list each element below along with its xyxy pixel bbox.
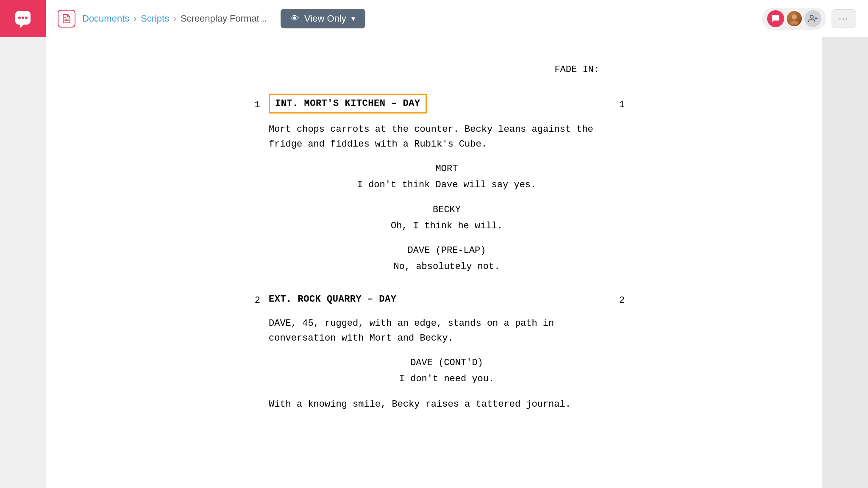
scene-2-heading-content: EXT. ROCK QUARRY – DAY <box>269 292 599 306</box>
svg-point-4 <box>792 14 797 19</box>
chat-avatar[interactable] <box>767 10 784 27</box>
chevron-down-icon: ▾ <box>351 14 355 23</box>
svg-point-6 <box>810 15 813 18</box>
dave-prelap-dialogue: No, absolutely not. <box>269 259 625 274</box>
scene-2-heading: EXT. ROCK QUARRY – DAY <box>269 292 396 306</box>
scene-1-header: 1 INT. MORT'S KITCHEN – DAY 1 <box>243 94 625 114</box>
user-avatar[interactable] <box>786 10 803 27</box>
mort-dialogue: I don't think Dave will say yes. <box>269 177 625 192</box>
becky-dialogue: Oh, I think he will. <box>269 219 625 233</box>
nav-left: Documents › Scripts › Screenplay Format … <box>46 9 762 28</box>
scene-1-block: 1 INT. MORT'S KITCHEN – DAY 1 Mort chops… <box>243 94 625 274</box>
scene-1-heading-content: INT. MORT'S KITCHEN – DAY <box>269 94 599 114</box>
scene-2-number-left: 2 <box>243 291 269 308</box>
breadcrumb: Documents › Scripts › Screenplay Format … <box>82 13 267 24</box>
more-button[interactable]: ··· <box>832 9 856 28</box>
breadcrumb-documents[interactable]: Documents <box>82 13 129 24</box>
breadcrumb-sep-2: › <box>173 14 176 23</box>
mort-character: MORT <box>269 162 625 176</box>
app-logo[interactable] <box>0 0 46 37</box>
view-only-label: View Only <box>304 13 346 24</box>
document-area: FADE IN: 1 INT. MORT'S KITCHEN – DAY 1 M… <box>46 37 822 488</box>
screenplay: FADE IN: 1 INT. MORT'S KITCHEN – DAY 1 M… <box>243 63 625 412</box>
user-avatar-image <box>787 11 802 26</box>
scene-1-heading: INT. MORT'S KITCHEN – DAY <box>269 94 427 114</box>
main-area: FADE IN: 1 INT. MORT'S KITCHEN – DAY 1 M… <box>0 37 868 488</box>
scene-2-action2: With a knowing smile, Becky raises a tat… <box>269 397 625 412</box>
dave-prelap-character: DAVE (PRE-LAP) <box>269 244 625 258</box>
svg-point-3 <box>25 17 28 19</box>
fade-in: FADE IN: <box>243 63 625 77</box>
scene-1-number-left: 1 <box>243 95 269 112</box>
breadcrumb-current: Screenplay Format .. <box>181 13 267 24</box>
view-only-button[interactable]: 👁 View Only ▾ <box>281 9 365 28</box>
sidebar-right <box>822 37 868 488</box>
breadcrumb-scripts[interactable]: Scripts <box>141 13 169 24</box>
topbar: Documents › Scripts › Screenplay Format … <box>0 0 868 37</box>
scene-1-action: Mort chops carrots at the counter. Becky… <box>269 122 625 152</box>
avatar-group <box>762 8 826 30</box>
becky-character: BECKY <box>269 203 625 217</box>
scene-2-action: DAVE, 45, rugged, with an edge, stands o… <box>269 316 625 346</box>
scene-2-block: 2 EXT. ROCK QUARRY – DAY 2 DAVE, 45, rug… <box>243 291 625 412</box>
add-person-avatar[interactable] <box>804 10 821 27</box>
svg-point-5 <box>790 20 798 25</box>
nav-right: ··· <box>762 8 868 30</box>
scene-2-header: 2 EXT. ROCK QUARRY – DAY 2 <box>243 291 625 308</box>
dave-contd-dialogue: I don't need you. <box>269 372 625 386</box>
scene-2-number-right: 2 <box>599 291 625 308</box>
breadcrumb-sep-1: › <box>134 14 136 23</box>
scene-1-number-right: 1 <box>599 95 625 112</box>
svg-point-1 <box>18 17 21 19</box>
sidebar-left <box>0 37 46 488</box>
eye-icon: 👁 <box>291 14 299 23</box>
doc-icon[interactable] <box>58 10 75 28</box>
dave-contd-character: DAVE (CONT'D) <box>269 356 625 370</box>
svg-point-2 <box>22 17 24 19</box>
